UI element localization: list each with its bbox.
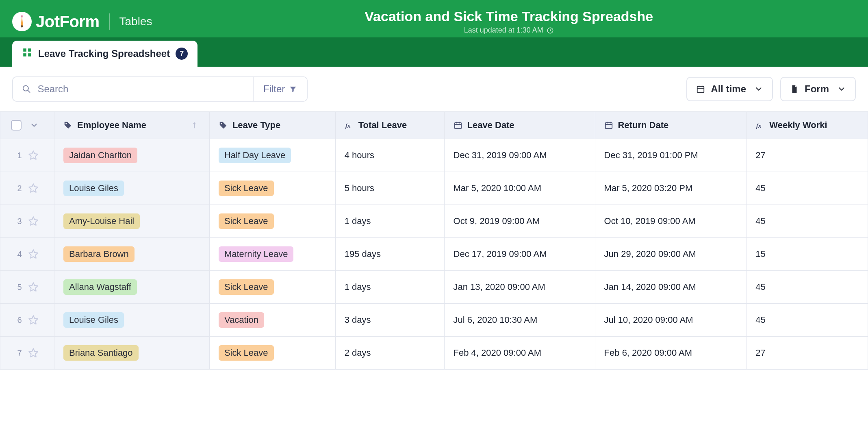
column-label: Total Leave [358,120,407,131]
cell-employee[interactable]: Amy-Louise Hail [54,205,210,238]
calendar-icon [604,121,613,130]
star-icon[interactable] [28,216,39,226]
star-icon[interactable] [28,315,39,325]
row-number: 1 [16,151,23,160]
column-header-weekly_working[interactable]: Weekly Worki [746,112,868,139]
table-row[interactable]: 5Allana WagstaffSick Leave1 daysJan 13, … [0,271,868,304]
cell-leave-type[interactable]: Vacation [209,304,335,337]
row-gutter: 4 [0,238,54,271]
cell-leave-date[interactable]: Dec 17, 2019 09:00 AM [444,238,595,271]
employee-chip: Briana Santiago [63,345,139,361]
cell-weekly-working[interactable]: 45 [746,271,868,304]
row-number: 2 [16,184,23,193]
calendar-icon [696,85,705,94]
cell-leave-type[interactable]: Sick Leave [209,172,335,205]
employee-chip: Jaidan Charlton [63,148,137,163]
filter-button[interactable]: Filter [253,77,307,101]
cell-leave-type[interactable]: Sick Leave [209,337,335,370]
search-input[interactable] [37,83,244,95]
pencil-icon [12,12,32,31]
cell-leave-date[interactable]: Oct 9, 2019 09:00 AM [444,205,595,238]
table-row[interactable]: 1Jaidan CharltonHalf Day Leave4 hoursDec… [0,139,868,172]
table-body: 1Jaidan CharltonHalf Day Leave4 hoursDec… [0,139,868,370]
star-icon[interactable] [28,348,39,358]
table-row[interactable]: 6Louise GilesVacation3 daysJul 6, 2020 1… [0,304,868,337]
cell-weekly-working[interactable]: 45 [746,205,868,238]
cell-leave-date[interactable]: Mar 5, 2020 10:00 AM [444,172,595,205]
cell-return-date[interactable]: Dec 31, 2019 01:00 PM [595,139,746,172]
cell-return-date[interactable]: Jan 14, 2020 09:00 AM [595,271,746,304]
column-header-total_leave[interactable]: Total Leave [335,112,444,139]
leave-type-chip: Sick Leave [219,279,274,295]
cell-return-date[interactable]: Mar 5, 2020 03:20 PM [595,172,746,205]
cell-employee[interactable]: Louise Giles [54,304,210,337]
timerange-button[interactable]: All time [686,77,773,101]
cell-employee[interactable]: Louise Giles [54,172,210,205]
column-header-return_date[interactable]: Return Date [595,112,746,139]
cell-total-leave[interactable]: 5 hours [335,172,444,205]
cell-return-date[interactable]: Jul 10, 2020 09:00 AM [595,304,746,337]
table-scroll[interactable]: Employee NameLeave TypeTotal LeaveLeave … [0,111,868,370]
cell-leave-type[interactable]: Sick Leave [209,205,335,238]
column-header-employee[interactable]: Employee Name [54,112,210,139]
table-row[interactable]: 2Louise GilesSick Leave5 hoursMar 5, 202… [0,172,868,205]
cell-employee[interactable]: Allana Wagstaff [54,271,210,304]
star-icon[interactable] [28,150,39,161]
column-header-leave_date[interactable]: Leave Date [444,112,595,139]
row-number: 6 [16,316,23,325]
page-title[interactable]: Vacation and Sick Time Tracking Spreadsh… [342,9,675,24]
cell-total-leave[interactable]: 1 days [335,271,444,304]
table-row[interactable]: 7Briana SantiagoSick Leave2 daysFeb 4, 2… [0,337,868,370]
cell-weekly-working[interactable]: 45 [746,304,868,337]
tab-leave-tracking[interactable]: Leave Tracking Spreadsheet 7 [12,41,197,67]
cell-weekly-working[interactable]: 27 [746,337,868,370]
select-all-checkbox[interactable] [11,120,22,131]
cell-employee[interactable]: Briana Santiago [54,337,210,370]
column-header-leave_type[interactable]: Leave Type [209,112,335,139]
cell-leave-date[interactable]: Feb 4, 2020 09:00 AM [444,337,595,370]
column-label: Leave Type [232,120,280,131]
row-gutter: 1 [0,139,54,172]
cell-employee[interactable]: Barbara Brown [54,238,210,271]
brand-logo[interactable]: JotForm [12,12,100,31]
sort-icon[interactable] [191,121,200,130]
cell-leave-type[interactable]: Sick Leave [209,271,335,304]
column-label: Employee Name [77,120,146,131]
select-header [0,112,54,139]
cell-total-leave[interactable]: 195 days [335,238,444,271]
cell-leave-date[interactable]: Dec 31, 2019 09:00 AM [444,139,595,172]
cell-total-leave[interactable]: 1 days [335,205,444,238]
employee-chip: Amy-Louise Hail [63,213,140,229]
search-filter-group: Filter [12,76,308,102]
cell-leave-type[interactable]: Half Day Leave [209,139,335,172]
chevron-down-icon[interactable] [30,121,39,130]
cell-total-leave[interactable]: 3 days [335,304,444,337]
app-header: JotForm Tables Vacation and Sick Time Tr… [0,0,868,37]
form-label: Form [805,83,829,95]
star-icon[interactable] [28,249,39,259]
grid-icon [22,47,33,60]
star-icon[interactable] [28,183,39,194]
cell-weekly-working[interactable]: 15 [746,238,868,271]
cell-total-leave[interactable]: 2 days [335,337,444,370]
table-row[interactable]: 3Amy-Louise HailSick Leave1 daysOct 9, 2… [0,205,868,238]
cell-return-date[interactable]: Jun 29, 2020 09:00 AM [595,238,746,271]
brand-name: JotForm [36,13,100,31]
star-icon[interactable] [28,282,39,292]
cell-employee[interactable]: Jaidan Charlton [54,139,210,172]
cell-leave-date[interactable]: Jul 6, 2020 10:30 AM [444,304,595,337]
cell-leave-type[interactable]: Maternity Leave [209,238,335,271]
cell-weekly-working[interactable]: 45 [746,172,868,205]
cell-weekly-working[interactable]: 27 [746,139,868,172]
fx-icon [755,121,764,130]
form-button[interactable]: Form [780,77,856,101]
cell-return-date[interactable]: Feb 6, 2020 09:00 AM [595,337,746,370]
leave-type-chip: Half Day Leave [219,148,291,163]
clock-icon [547,27,554,34]
leave-type-chip: Sick Leave [219,345,274,361]
cell-total-leave[interactable]: 4 hours [335,139,444,172]
cell-leave-date[interactable]: Jan 13, 2020 09:00 AM [444,271,595,304]
tabs-strip: Leave Tracking Spreadsheet 7 [0,37,868,67]
cell-return-date[interactable]: Oct 10, 2019 09:00 AM [595,205,746,238]
table-row[interactable]: 4Barbara BrownMaternity Leave195 daysDec… [0,238,868,271]
